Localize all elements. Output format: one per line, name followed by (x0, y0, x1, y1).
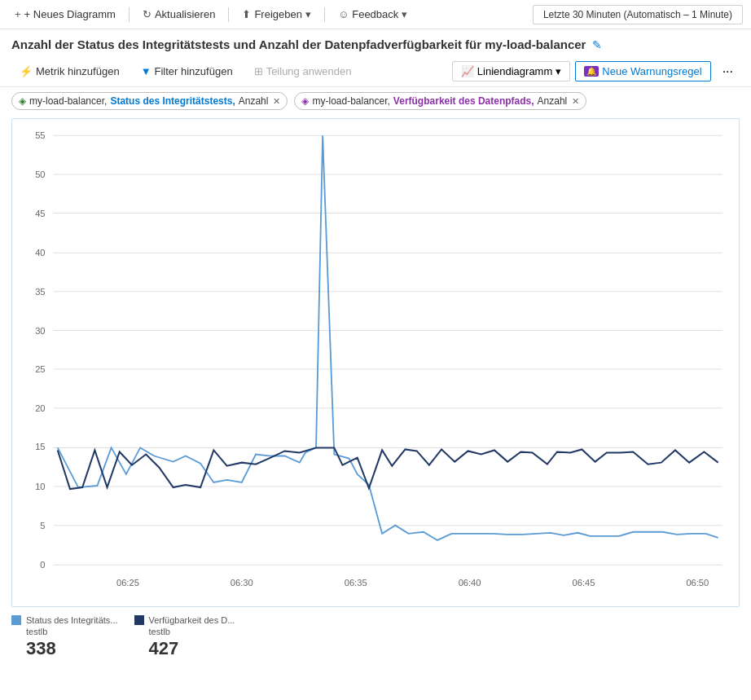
add-metric-label: Metrik hinzufügen (36, 65, 120, 77)
feedback-label: Feedback (352, 8, 398, 20)
legend-color-2 (134, 615, 144, 625)
chart-type-label: Liniendiagramm (477, 65, 553, 77)
svg-text:35: 35 (35, 287, 45, 297)
feedback-button[interactable]: ☺ Feedback ▾ (332, 5, 414, 24)
svg-text:06:25: 06:25 (116, 578, 139, 588)
legend-label-2: Verfügbarkeit des D... (149, 615, 235, 625)
page-title-bar: Anzahl der Status des Integritätstests u… (0, 29, 751, 56)
svg-text:30: 30 (35, 326, 45, 336)
svg-text:5: 5 (40, 521, 45, 531)
chevron-down-feedback-icon: ▾ (402, 8, 407, 20)
tag2-aggregation: Anzahl (538, 95, 568, 107)
legend-item-2: Verfügbarkeit des D... testlb 427 (134, 615, 235, 659)
add-filter-button[interactable]: ▼ Filter hinzufügen (133, 62, 241, 81)
tag1-aggregation: Anzahl (239, 95, 269, 107)
apply-split-label: Teilung anwenden (266, 65, 352, 77)
tag2-resource: my-load-balancer, (312, 95, 389, 107)
new-alert-label: Neue Warnungsregel (602, 65, 701, 77)
separator-2 (228, 7, 229, 22)
share-icon: ⬆ (242, 8, 251, 20)
separator-1 (129, 7, 130, 22)
apply-split-button[interactable]: ⊞ Teilung anwenden (246, 62, 360, 81)
svg-text:40: 40 (35, 248, 45, 258)
legend-area: Status des Integritäts... testlb 338 Ver… (0, 610, 751, 664)
separator-3 (324, 7, 325, 22)
svg-text:06:45: 06:45 (573, 578, 595, 588)
chart-inner: 55 50 45 40 35 30 25 20 15 10 5 0 06:25 … (12, 119, 739, 606)
legend-value-2: 427 (134, 638, 235, 659)
svg-text:0: 0 (40, 560, 45, 570)
svg-text:45: 45 (35, 209, 45, 218)
add-metric-button[interactable]: ⚡ Metrik hinzufügen (11, 62, 128, 81)
share-button[interactable]: ⬆ Freigeben ▾ (235, 5, 318, 24)
tag1-metric: Status des Integritätstests, (110, 95, 235, 107)
plus-icon: + (15, 8, 21, 20)
svg-text:15: 15 (35, 442, 45, 451)
new-alert-button[interactable]: 🔔 Neue Warnungsregel (575, 61, 710, 81)
chart-type-button[interactable]: 📈 Liniendiagramm ▾ (452, 61, 571, 81)
svg-text:50: 50 (35, 169, 45, 179)
legend-item-1: Status des Integritäts... testlb 338 (11, 615, 118, 659)
metric-toolbar: ⚡ Metrik hinzufügen ▼ Filter hinzufügen … (0, 56, 751, 87)
svg-text:06:35: 06:35 (345, 578, 367, 588)
legend-label-1: Status des Integritäts... (26, 615, 118, 625)
refresh-icon: ↻ (143, 8, 152, 20)
more-options-button[interactable]: ··· (716, 61, 740, 82)
edit-icon[interactable]: ✎ (592, 38, 602, 51)
legend-color-1 (11, 615, 21, 625)
chart-svg: 55 50 45 40 35 30 25 20 15 10 5 0 06:25 … (12, 119, 739, 606)
line-chart-icon: 📈 (461, 65, 474, 77)
tag1-resource: my-load-balancer, (29, 95, 107, 107)
svg-text:55: 55 (35, 130, 45, 140)
chart-container: 55 50 45 40 35 30 25 20 15 10 5 0 06:25 … (11, 118, 740, 607)
new-diagram-label: + Neues Diagramm (24, 8, 116, 20)
add-filter-label: Filter hinzufügen (155, 65, 233, 77)
right-toolbar: 📈 Liniendiagramm ▾ 🔔 Neue Warnungsregel … (452, 61, 740, 82)
legend-header-1: Status des Integritäts... (11, 615, 118, 625)
filter-icon: ▼ (141, 65, 152, 77)
metric-tag-2: ◈ my-load-balancer, Verfügbarkeit des Da… (294, 92, 586, 110)
page-title: Anzahl der Status des Integritätstests u… (11, 37, 586, 51)
top-toolbar: + + Neues Diagramm ↻ Aktualisieren ⬆ Fre… (0, 0, 751, 29)
metric-icon: ⚡ (20, 65, 33, 77)
split-icon: ⊞ (254, 65, 263, 77)
bell-icon: 🔔 (584, 66, 599, 77)
new-diagram-button[interactable]: + + Neues Diagramm (8, 5, 122, 24)
update-label: Aktualisieren (155, 8, 215, 20)
svg-text:20: 20 (35, 403, 45, 413)
tags-row: ◈ my-load-balancer, Status des Integritä… (0, 87, 751, 115)
legend-sublabel-2: testlb (134, 627, 235, 636)
legend-value-1: 338 (11, 638, 118, 659)
share-label: Freigeben (254, 8, 302, 20)
tag2-icon: ◈ (301, 95, 309, 107)
svg-text:06:30: 06:30 (231, 578, 253, 588)
time-range-label: Letzte 30 Minuten (Automatisch – 1 Minut… (543, 9, 732, 20)
metric-tag-1: ◈ my-load-balancer, Status des Integritä… (11, 92, 288, 110)
tag1-close-icon[interactable]: ✕ (273, 96, 280, 107)
legend-sublabel-1: testlb (11, 627, 118, 636)
tag1-icon: ◈ (19, 95, 26, 107)
svg-text:10: 10 (35, 482, 45, 491)
more-options-label: ··· (722, 64, 733, 78)
legend-header-2: Verfügbarkeit des D... (134, 615, 235, 625)
tag2-close-icon[interactable]: ✕ (572, 96, 579, 107)
svg-text:06:50: 06:50 (686, 578, 709, 588)
svg-text:25: 25 (35, 364, 45, 374)
smile-icon: ☺ (338, 8, 349, 20)
tag2-metric: Verfügbarkeit des Datenpfads, (393, 95, 534, 107)
chevron-down-share-icon: ▾ (305, 8, 311, 20)
chevron-down-chart-icon: ▾ (556, 65, 561, 77)
update-button[interactable]: ↻ Aktualisieren (136, 5, 222, 24)
time-range-button[interactable]: Letzte 30 Minuten (Automatisch – 1 Minut… (533, 5, 743, 24)
svg-text:06:40: 06:40 (459, 578, 481, 588)
